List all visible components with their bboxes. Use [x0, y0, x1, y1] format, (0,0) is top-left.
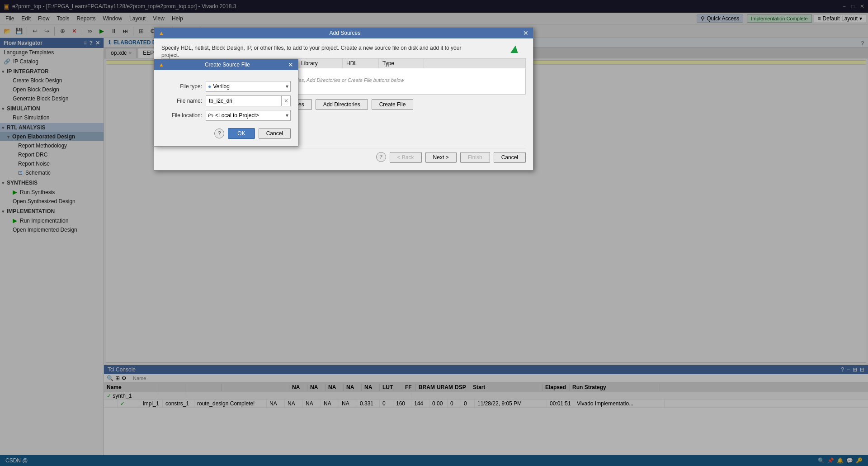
create-source-ok-btn[interactable]: OK [228, 128, 255, 139]
create-source-cancel-btn[interactable]: Cancel [259, 128, 291, 139]
add-sources-help-btn[interactable]: ? [376, 152, 386, 162]
add-sources-description: Specify HDL, netlist, Block Design, IP, … [161, 44, 490, 52]
file-location-folder-icon: 🗁 [208, 112, 213, 119]
file-location-select[interactable]: 🗁 <Local to Project> ▾ [206, 110, 291, 121]
file-name-label: File name: [161, 98, 202, 104]
add-sources-title-icon: ▲ [159, 30, 164, 36]
form-row-file-type: File type: ● Verilog ▾ [161, 81, 291, 92]
file-location-arrow-icon: ▾ [286, 112, 288, 119]
file-col-hdl: HDL [343, 59, 379, 68]
create-source-title-bar: ▲ Create Source File ✕ [154, 59, 298, 70]
file-location-label: File location: [161, 112, 202, 119]
create-source-btns: ? OK Cancel [161, 128, 291, 139]
create-source-dialog: ▲ Create Source File ✕ File type: ● Veri… [154, 59, 298, 147]
form-row-file-location: File location: 🗁 <Local to Project> ▾ [161, 110, 291, 121]
next-btn[interactable]: Next > [425, 152, 457, 163]
add-sources-cancel-btn[interactable]: Cancel [494, 152, 526, 163]
form-row-file-name: File name: ✕ [161, 95, 291, 106]
file-type-arrow-icon: ▾ [286, 83, 288, 90]
add-sources-title: Add Sources [330, 30, 361, 36]
file-type-select[interactable]: ● Verilog ▾ [206, 81, 291, 92]
add-sources-top: Specify HDL, netlist, Block Design, IP, … [161, 44, 526, 58]
create-source-help-btn[interactable]: ? [214, 128, 224, 138]
create-source-close-btn[interactable]: ✕ [288, 61, 293, 68]
create-source-title-icon: ▲ [159, 62, 164, 68]
add-sources-description2: project. [161, 52, 490, 58]
create-file-btn[interactable]: Create File [372, 99, 414, 110]
nav-footer-btns: ? < Back Next > Finish Cancel [161, 148, 526, 165]
add-sources-desc: Specify HDL, netlist, Block Design, IP, … [161, 44, 526, 58]
file-col-type: Type [379, 59, 424, 68]
file-name-clear-btn[interactable]: ✕ [282, 95, 291, 106]
file-location-value: <Local to Project> [215, 112, 259, 119]
file-name-input-row: ✕ [206, 95, 291, 106]
add-directories-btn[interactable]: Add Directories [316, 99, 368, 110]
file-name-input[interactable] [206, 95, 282, 106]
add-sources-title-bar: ▲ Add Sources ✕ [154, 28, 533, 38]
back-btn[interactable]: < Back [390, 152, 422, 163]
file-col-lib: Library [297, 59, 343, 68]
file-type-value: Verilog [213, 83, 230, 90]
file-type-label: File type: [161, 83, 202, 90]
create-source-body: File type: ● Verilog ▾ File name: ✕ File… [154, 70, 298, 146]
create-source-title: Create Source File [205, 62, 250, 68]
add-sources-close-btn[interactable]: ✕ [523, 29, 528, 37]
file-type-dot-icon: ● [208, 83, 211, 90]
finish-btn[interactable]: Finish [460, 152, 490, 163]
